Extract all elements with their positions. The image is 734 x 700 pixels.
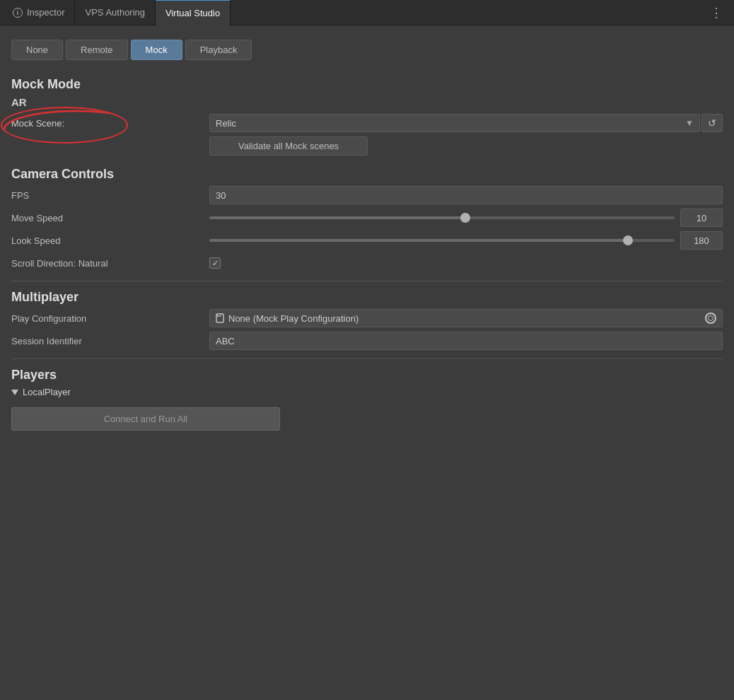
session-id-row: Session Identifier ABC — [11, 332, 723, 350]
move-speed-label: Move Speed — [11, 213, 209, 223]
look-speed-slider-container: 180 — [209, 231, 723, 250]
mock-scene-dropdown-group: Relic ▼ ↺ — [209, 114, 723, 132]
tab-vps-authoring[interactable]: VPS Authoring — [75, 0, 156, 25]
fps-control: 30 — [209, 186, 723, 204]
fps-value: 30 — [216, 190, 226, 201]
play-config-label: Play Configuration — [11, 313, 209, 324]
mock-scene-dropdown-wrapper: Relic ▼ ↺ — [209, 114, 723, 132]
tab-virtual-studio[interactable]: Virtual Studio — [156, 0, 231, 25]
play-config-value: None (Mock Play Configuration) — [228, 313, 701, 324]
session-id-value: ABC — [216, 336, 235, 346]
move-speed-thumb[interactable] — [460, 213, 470, 223]
local-player-label: LocalPlayer — [23, 387, 71, 397]
play-config-dropdown[interactable]: None (Mock Play Configuration) — [209, 309, 723, 327]
tab-bar: i Inspector VPS Authoring Virtual Studio… — [0, 0, 734, 25]
divider-2 — [11, 358, 723, 359]
session-id-control: ABC — [209, 332, 723, 350]
move-speed-slider-container: 10 — [209, 209, 723, 227]
ar-label: AR — [11, 96, 723, 108]
move-speed-row: Move Speed 10 — [11, 209, 723, 227]
tab-virtual-studio-label: Virtual Studio — [165, 8, 220, 18]
camera-controls-title: Camera Controls — [11, 167, 723, 182]
connect-run-all-button[interactable]: Connect and Run All — [11, 407, 280, 431]
mock-scene-label-wrapper: Mock Scene: — [11, 118, 209, 129]
mode-mock-button[interactable]: Mock — [131, 40, 182, 60]
mode-playback-button[interactable]: Playback — [185, 40, 252, 60]
target-icon — [705, 313, 716, 324]
move-speed-value: 10 — [680, 209, 723, 227]
scroll-direction-control: ✓ — [209, 257, 723, 269]
mock-scene-label: Mock Scene: — [11, 118, 64, 129]
move-speed-control: 10 — [209, 209, 723, 227]
move-speed-track[interactable] — [209, 216, 675, 219]
move-speed-fill — [209, 216, 465, 219]
scroll-direction-label: Scroll Direction: Natural — [11, 258, 209, 269]
mode-none-button[interactable]: None — [11, 40, 63, 60]
look-speed-value: 180 — [680, 231, 723, 250]
svg-marker-2 — [218, 314, 221, 316]
dropdown-arrow-icon: ▼ — [685, 118, 694, 128]
validate-button[interactable]: Validate all Mock scenes — [209, 136, 368, 156]
more-options-icon[interactable]: ⋮ — [703, 5, 731, 21]
look-speed-control: 180 — [209, 231, 723, 250]
refresh-button[interactable]: ↺ — [701, 114, 723, 132]
look-speed-row: Look Speed 180 — [11, 231, 723, 250]
mock-scene-value: Relic — [216, 118, 682, 129]
scroll-direction-row: Scroll Direction: Natural ✓ — [11, 254, 723, 272]
session-id-input[interactable]: ABC — [209, 332, 723, 350]
session-id-label: Session Identifier — [11, 336, 209, 346]
look-speed-label: Look Speed — [11, 235, 209, 246]
fps-row: FPS 30 — [11, 186, 723, 204]
players-title: Players — [11, 368, 723, 383]
tab-inspector[interactable]: i Inspector — [3, 0, 75, 25]
mock-scene-dropdown[interactable]: Relic ▼ — [209, 114, 700, 132]
play-config-control: None (Mock Play Configuration) — [209, 309, 723, 327]
triangle-down-icon — [11, 390, 18, 395]
fps-label: FPS — [11, 190, 209, 201]
validate-row: Validate all Mock scenes — [209, 136, 723, 156]
play-config-row: Play Configuration None (Mock Play Confi… — [11, 309, 723, 327]
look-speed-fill — [209, 239, 628, 242]
tab-inspector-label: Inspector — [27, 7, 64, 18]
divider-1 — [11, 281, 723, 281]
scroll-direction-checkbox[interactable]: ✓ — [209, 257, 221, 269]
inspector-icon: i — [13, 8, 23, 18]
document-icon — [216, 313, 224, 323]
look-speed-track[interactable] — [209, 239, 675, 242]
local-player-item: LocalPlayer — [11, 387, 723, 397]
mode-remote-button[interactable]: Remote — [66, 40, 128, 60]
fps-input[interactable]: 30 — [209, 186, 723, 204]
scroll-direction-checkbox-wrapper: ✓ — [209, 257, 723, 269]
tab-vps-authoring-label: VPS Authoring — [85, 7, 145, 18]
mock-mode-title: Mock Mode — [11, 77, 723, 92]
mock-scene-row: Mock Scene: Relic ▼ ↺ — [11, 114, 723, 132]
look-speed-thumb[interactable] — [623, 235, 633, 245]
mode-button-group: None Remote Mock Playback — [11, 40, 723, 60]
main-content: None Remote Mock Playback Mock Mode AR M… — [0, 25, 734, 439]
multiplayer-title: Multiplayer — [11, 290, 723, 305]
